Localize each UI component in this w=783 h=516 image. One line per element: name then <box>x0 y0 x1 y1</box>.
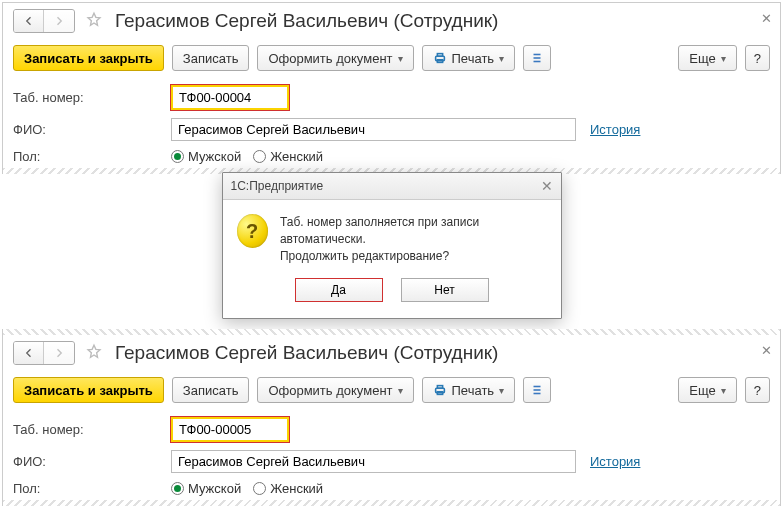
issue-document-label: Оформить документ <box>268 383 392 398</box>
nav-back-button[interactable] <box>14 10 44 32</box>
list-icon <box>530 51 544 65</box>
tabnum-label: Таб. номер: <box>13 422 163 437</box>
more-button[interactable]: Еще ▾ <box>678 45 736 71</box>
pol-label: Пол: <box>13 149 163 164</box>
print-button[interactable]: Печать ▾ <box>422 377 516 403</box>
printer-icon <box>433 383 447 397</box>
svg-rect-1 <box>437 54 442 57</box>
printer-icon <box>433 51 447 65</box>
help-button[interactable]: ? <box>745 377 770 403</box>
close-icon[interactable]: ✕ <box>761 343 772 358</box>
radio-male-label: Мужской <box>188 149 241 164</box>
record-and-close-button[interactable]: Записать и закрыть <box>13 377 164 403</box>
dialog-line1: Таб. номер заполняется при записи автома… <box>280 214 547 248</box>
svg-rect-7 <box>437 386 442 389</box>
dialog-no-button[interactable]: Нет <box>401 278 489 302</box>
fio-label: ФИО: <box>13 454 163 469</box>
chevron-down-icon: ▾ <box>721 385 726 396</box>
print-label: Печать <box>452 51 495 66</box>
print-label: Печать <box>452 383 495 398</box>
confirm-dialog: 1С:Предприятие ✕ ? Таб. номер заполняетс… <box>222 172 562 319</box>
close-icon[interactable]: ✕ <box>761 11 772 26</box>
radio-male[interactable]: Мужской <box>171 149 241 164</box>
dialog-yes-button[interactable]: Да <box>295 278 383 302</box>
nav-box <box>13 341 75 365</box>
fio-input[interactable] <box>171 450 576 473</box>
nav-forward-button[interactable] <box>44 342 74 364</box>
help-button[interactable]: ? <box>745 45 770 71</box>
more-button[interactable]: Еще ▾ <box>678 377 736 403</box>
history-link[interactable]: История <box>590 454 640 469</box>
radio-dot-icon <box>253 150 266 163</box>
favorite-star-icon[interactable] <box>81 343 103 364</box>
dialog-close-icon[interactable]: ✕ <box>541 178 553 194</box>
nav-forward-button[interactable] <box>44 10 74 32</box>
chevron-down-icon: ▾ <box>398 385 403 396</box>
chevron-down-icon: ▾ <box>721 53 726 64</box>
radio-male[interactable]: Мужской <box>171 481 241 496</box>
tabnum-input[interactable] <box>171 85 289 110</box>
dialog-title: 1С:Предприятие <box>231 179 324 193</box>
radio-female-label: Женский <box>270 149 323 164</box>
nav-box <box>13 9 75 33</box>
radio-dot-icon <box>171 482 184 495</box>
chevron-down-icon: ▾ <box>499 53 504 64</box>
record-button[interactable]: Записать <box>172 377 250 403</box>
form-title: Герасимов Сергей Васильевич (Сотрудник) <box>115 342 498 364</box>
fio-label: ФИО: <box>13 122 163 137</box>
tabnum-label: Таб. номер: <box>13 90 163 105</box>
nav-back-button[interactable] <box>14 342 44 364</box>
record-button[interactable]: Записать <box>172 45 250 71</box>
favorite-star-icon[interactable] <box>81 11 103 32</box>
question-icon: ? <box>237 214 268 248</box>
more-label: Еще <box>689 383 715 398</box>
employee-form-after: Герасимов Сергей Васильевич (Сотрудник) … <box>2 329 781 506</box>
record-and-close-button[interactable]: Записать и закрыть <box>13 45 164 71</box>
list-view-button[interactable] <box>523 377 551 403</box>
print-button[interactable]: Печать ▾ <box>422 45 516 71</box>
issue-document-button[interactable]: Оформить документ ▾ <box>257 45 413 71</box>
pol-label: Пол: <box>13 481 163 496</box>
employee-form-before: Герасимов Сергей Васильевич (Сотрудник) … <box>2 2 781 174</box>
chevron-down-icon: ▾ <box>398 53 403 64</box>
radio-female[interactable]: Женский <box>253 149 323 164</box>
form-title: Герасимов Сергей Васильевич (Сотрудник) <box>115 10 498 32</box>
radio-dot-icon <box>171 150 184 163</box>
radio-female[interactable]: Женский <box>253 481 323 496</box>
tabnum-input[interactable] <box>171 417 289 442</box>
list-icon <box>530 383 544 397</box>
radio-female-label: Женский <box>270 481 323 496</box>
dialog-message: Таб. номер заполняется при записи автома… <box>280 214 547 264</box>
list-view-button[interactable] <box>523 45 551 71</box>
radio-dot-icon <box>253 482 266 495</box>
issue-document-button[interactable]: Оформить документ ▾ <box>257 377 413 403</box>
radio-male-label: Мужской <box>188 481 241 496</box>
more-label: Еще <box>689 51 715 66</box>
history-link[interactable]: История <box>590 122 640 137</box>
fio-input[interactable] <box>171 118 576 141</box>
chevron-down-icon: ▾ <box>499 385 504 396</box>
dialog-line2: Продолжить редактирование? <box>280 248 547 265</box>
issue-document-label: Оформить документ <box>268 51 392 66</box>
